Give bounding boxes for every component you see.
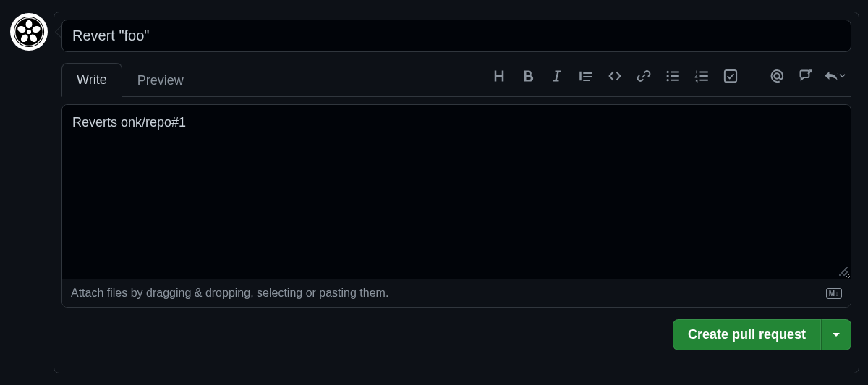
create-pull-request-button[interactable]: Create pull request xyxy=(673,319,821,350)
cross-reference-icon[interactable] xyxy=(793,65,818,87)
svg-rect-11 xyxy=(725,69,736,81)
numbered-list-icon[interactable] xyxy=(689,65,714,87)
attach-hint[interactable]: Attach files by dragging & dropping, sel… xyxy=(71,287,388,300)
svg-point-10 xyxy=(667,79,669,81)
code-icon[interactable] xyxy=(603,65,627,87)
italic-icon[interactable] xyxy=(545,65,569,87)
bulleted-list-icon[interactable] xyxy=(660,65,685,87)
bold-icon[interactable] xyxy=(516,65,540,87)
caret-down-icon xyxy=(833,333,840,337)
pr-body-textarea[interactable] xyxy=(62,105,851,279)
link-icon[interactable] xyxy=(631,65,656,87)
tab-bar: Write Preview xyxy=(61,62,851,97)
tab-write[interactable]: Write xyxy=(61,63,122,97)
tab-preview[interactable]: Preview xyxy=(122,64,199,97)
markdown-toolbar xyxy=(487,65,851,94)
saved-reply-icon[interactable] xyxy=(822,65,847,87)
submit-button-group: Create pull request xyxy=(673,319,851,350)
create-pull-request-dropdown[interactable] xyxy=(821,319,851,350)
avatar xyxy=(10,13,48,51)
mention-icon[interactable] xyxy=(765,65,789,87)
svg-point-3 xyxy=(26,20,33,28)
pr-title-input[interactable] xyxy=(61,20,851,52)
quote-icon[interactable] xyxy=(574,65,598,87)
heading-icon[interactable] xyxy=(487,65,511,87)
svg-point-9 xyxy=(667,75,669,77)
task-list-icon[interactable] xyxy=(718,65,743,87)
svg-point-2 xyxy=(27,30,31,34)
markdown-supported-icon[interactable]: M↓ xyxy=(826,288,842,299)
comment-body-container: Attach files by dragging & dropping, sel… xyxy=(61,104,851,308)
comment-form: Write Preview xyxy=(54,12,859,373)
svg-point-8 xyxy=(667,70,669,72)
